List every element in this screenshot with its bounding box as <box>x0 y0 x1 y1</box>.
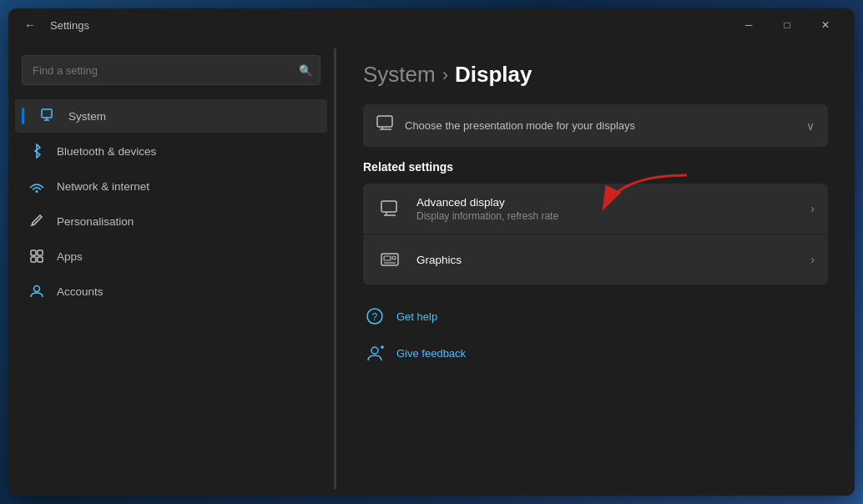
sidebar-item-personalisation-label: Personalisation <box>57 215 134 228</box>
advanced-display-card[interactable]: Advanced display Display information, re… <box>363 184 828 234</box>
graphics-text: Graphics <box>416 254 797 266</box>
get-help-icon: ? <box>363 305 386 328</box>
advanced-display-chevron-icon: › <box>810 202 815 215</box>
breadcrumb-separator: › <box>442 64 448 86</box>
sidebar-item-network-label: Network & internet <box>57 180 149 193</box>
minimize-button[interactable]: ─ <box>729 12 768 38</box>
svg-rect-17 <box>384 256 391 260</box>
collapsed-item[interactable]: Choose the presentation mode for your di… <box>363 104 828 147</box>
get-help-link[interactable]: ? Get help <box>363 301 828 331</box>
give-feedback-icon <box>363 341 386 365</box>
back-button[interactable]: ← <box>18 13 42 37</box>
graphics-icon <box>376 246 403 273</box>
svg-point-18 <box>392 256 396 260</box>
bluetooth-icon <box>28 143 45 159</box>
window-controls: ─ □ ✕ <box>729 12 845 38</box>
breadcrumb: System › Display <box>363 62 828 88</box>
svg-rect-5 <box>38 250 43 255</box>
collapsed-item-text: Choose the presentation mode for your di… <box>405 119 796 132</box>
svg-point-3 <box>36 190 38 193</box>
collapsed-chevron-icon: ∨ <box>806 119 815 133</box>
main-content: System › Display Choose the presentat <box>336 42 855 496</box>
titlebar-left: ← Settings <box>18 13 729 37</box>
graphics-card[interactable]: Graphics › <box>363 234 828 285</box>
sidebar-item-personalisation[interactable]: Personalisation <box>15 204 327 238</box>
search-wrapper: 🔍 <box>22 55 320 85</box>
svg-rect-13 <box>381 201 396 212</box>
svg-rect-4 <box>31 250 36 255</box>
sidebar-item-system-label: System <box>68 110 106 123</box>
search-input[interactable] <box>22 55 320 85</box>
help-section: ? Get help Give feedback <box>336 288 855 381</box>
sidebar-item-bluetooth-label: Bluetooth & devices <box>57 145 156 158</box>
sidebar-item-system[interactable]: System <box>15 99 327 133</box>
collapsed-section: Choose the presentation mode for your di… <box>336 104 855 288</box>
related-settings-label: Related settings <box>363 160 828 174</box>
search-container: 🔍 <box>8 48 334 98</box>
svg-rect-10 <box>377 116 392 127</box>
maximize-button[interactable]: □ <box>768 12 806 38</box>
give-feedback-text: Give feedback <box>396 347 466 360</box>
titlebar: ← Settings ─ □ ✕ <box>8 8 855 42</box>
breadcrumb-current: Display <box>455 62 532 88</box>
graphics-title: Graphics <box>416 254 797 266</box>
page-header: System › Display <box>336 42 855 104</box>
sidebar-item-apps-label: Apps <box>57 250 83 263</box>
close-button[interactable]: ✕ <box>806 12 845 38</box>
advanced-display-icon <box>376 195 403 222</box>
collapsed-item-icon <box>376 114 395 137</box>
system-icon <box>40 108 57 124</box>
content-area: 🔍 System <box>8 42 855 496</box>
advanced-display-title: Advanced display <box>416 196 797 209</box>
sidebar-item-accounts[interactable]: Accounts <box>15 275 327 308</box>
sidebar: 🔍 System <box>8 42 334 496</box>
get-help-text: Get help <box>396 310 437 323</box>
sidebar-item-apps[interactable]: Apps <box>15 239 327 273</box>
give-feedback-link[interactable]: Give feedback <box>363 338 828 368</box>
svg-rect-7 <box>38 257 43 262</box>
accounts-icon <box>28 283 45 300</box>
sidebar-item-accounts-label: Accounts <box>57 285 103 298</box>
sidebar-item-bluetooth[interactable]: Bluetooth & devices <box>15 134 327 168</box>
settings-window: ← Settings ─ □ ✕ 🔍 <box>8 8 855 496</box>
active-indicator <box>22 108 24 124</box>
personalisation-icon <box>28 213 45 229</box>
advanced-display-text: Advanced display Display information, re… <box>416 196 797 222</box>
svg-point-8 <box>34 286 40 292</box>
svg-rect-6 <box>31 257 36 262</box>
graphics-chevron-icon: › <box>810 253 815 266</box>
sidebar-item-network[interactable]: Network & internet <box>15 169 327 203</box>
window-title: Settings <box>50 19 89 32</box>
svg-rect-0 <box>42 109 52 118</box>
apps-icon <box>28 248 45 265</box>
network-icon <box>28 178 45 194</box>
advanced-display-desc: Display information, refresh rate <box>416 210 797 222</box>
svg-point-22 <box>371 347 378 354</box>
breadcrumb-parent: System <box>363 62 436 88</box>
svg-text:?: ? <box>372 311 378 323</box>
